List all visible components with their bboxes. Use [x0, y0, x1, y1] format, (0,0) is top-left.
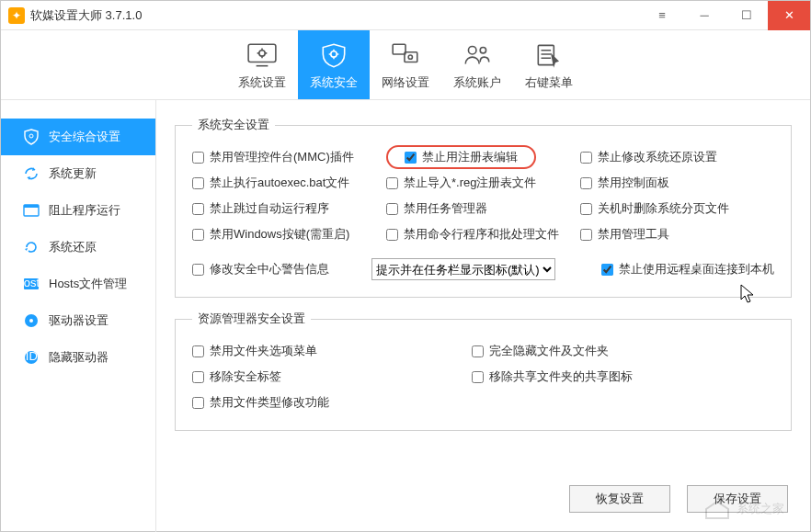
opt-disable-mmc[interactable]: 禁用管理控件台(MMC)插件: [192, 149, 354, 165]
sidebar-item-label: 隐藏驱动器: [49, 349, 109, 366]
tab-system-settings[interactable]: 系统设置: [226, 30, 298, 99]
tab-context-menu[interactable]: 右键菜单: [513, 30, 585, 99]
window-title: 软媒设置大师 3.7.1.0: [30, 7, 142, 24]
checkbox-hide-files[interactable]: [472, 345, 484, 357]
svg-text:HIDE: HIDE: [23, 349, 40, 363]
svg-point-15: [29, 319, 33, 323]
opt-share-icon[interactable]: 移除共享文件夹的共享图标: [472, 368, 633, 385]
sidebar-item-system-restore[interactable]: 系统还原: [1, 229, 155, 266]
opt-disable-taskmgr[interactable]: 禁用任务管理器: [386, 200, 487, 217]
titlebar: ✦ 软媒设置大师 3.7.1.0 ≡ ─ ☐ ✕: [1, 1, 810, 30]
svg-point-2: [331, 51, 337, 56]
network-gear-icon: [390, 41, 421, 69]
checkbox-autoexec[interactable]: [192, 177, 204, 189]
checkbox-import-reg[interactable]: [386, 177, 398, 189]
checkbox-winkey[interactable]: [192, 229, 204, 241]
opt-filetype[interactable]: 禁用文件类型修改功能: [192, 394, 329, 411]
checkbox-remote-desktop[interactable]: [601, 264, 613, 276]
users-icon: [462, 41, 493, 69]
opt-disable-regedit[interactable]: 禁止用注册表编辑: [405, 149, 518, 165]
opt-disable-winkey[interactable]: 禁用Windows按键(需重启): [192, 226, 349, 243]
tab-label: 系统账户: [453, 74, 501, 91]
menu-cursor-icon: [533, 41, 565, 69]
footer-buttons: 恢复设置 保存设置: [569, 485, 788, 513]
checkbox-share-icon[interactable]: [472, 371, 484, 383]
sec-center-select[interactable]: 提示并在任务栏显示图标(默认): [371, 258, 555, 280]
opt-folder-opts[interactable]: 禁用文件夹选项菜单: [192, 343, 317, 359]
opt-disable-cmd-batch[interactable]: 禁用命令行程序和批处理文件: [386, 226, 559, 243]
group-legend: 资源管理器安全设置: [192, 311, 311, 327]
menu-button[interactable]: ≡: [641, 1, 683, 30]
opt-disable-restore-mod[interactable]: 禁止修改系统还原设置: [580, 149, 717, 165]
sidebar-item-hide-drives[interactable]: HIDE 隐藏驱动器: [1, 339, 155, 376]
sidebar-item-hosts[interactable]: hosts Hosts文件管理: [1, 266, 155, 302]
shield-icon: [23, 129, 40, 145]
sidebar-item-label: 安全综合设置: [49, 129, 120, 145]
hosts-icon: hosts: [23, 276, 40, 292]
group-system-security: 系统安全设置 禁用管理控件台(MMC)插件 禁止用注册表编辑 禁止修改系统还原设…: [175, 117, 792, 298]
sidebar-item-label: 系统还原: [49, 239, 97, 255]
svg-point-7: [480, 47, 485, 52]
tab-label: 系统设置: [238, 74, 286, 91]
monitor-gear-icon: [246, 41, 278, 69]
save-button[interactable]: 保存设置: [687, 485, 788, 513]
sidebar-item-drive-settings[interactable]: 驱动器设置: [1, 302, 155, 339]
minimize-button[interactable]: ─: [683, 1, 725, 30]
svg-rect-11: [24, 205, 39, 208]
maximize-button[interactable]: ☐: [725, 1, 768, 30]
opt-hide-files[interactable]: 完全隐藏文件及文件夹: [472, 343, 609, 359]
top-tabs: 系统设置 系统安全 网络设置 系统账户 右键菜单: [1, 30, 810, 100]
tab-label: 系统安全: [310, 74, 358, 91]
sidebar-item-label: 驱动器设置: [49, 312, 109, 329]
checkbox-restore-mod[interactable]: [580, 152, 592, 164]
svg-point-5: [408, 55, 412, 59]
opt-disable-import-reg[interactable]: 禁止导入*.reg注册表文件: [386, 175, 536, 191]
window-block-icon: [23, 202, 40, 219]
checkbox-autorun[interactable]: [192, 203, 204, 215]
opt-disable-ctrlpanel[interactable]: 禁用控制面板: [580, 175, 669, 191]
checkbox-sec-center[interactable]: [192, 264, 204, 276]
sidebar-item-block-run[interactable]: 阻止程序运行: [1, 192, 155, 229]
opt-disable-autorun[interactable]: 禁止跳过自动运行程序: [192, 200, 329, 217]
checkbox-mmc[interactable]: [192, 152, 204, 164]
opt-disable-admintools[interactable]: 禁用管理工具: [580, 226, 669, 243]
tab-label: 右键菜单: [525, 74, 573, 91]
checkbox-filetype[interactable]: [192, 397, 204, 409]
svg-rect-4: [405, 51, 417, 62]
tab-label: 网络设置: [382, 74, 429, 91]
opt-sec-tab[interactable]: 移除安全标签: [192, 368, 281, 385]
main-panel: 系统安全设置 禁用管理控件台(MMC)插件 禁止用注册表编辑 禁止修改系统还原设…: [156, 100, 810, 532]
checkbox-folder-opts[interactable]: [192, 345, 204, 357]
sidebar-item-security-overview[interactable]: 安全综合设置: [1, 119, 155, 155]
svg-text:hosts: hosts: [23, 276, 40, 289]
opt-disable-remote-desktop[interactable]: 禁止使用远程桌面连接到本机: [601, 261, 774, 277]
tab-system-security[interactable]: 系统安全: [298, 30, 370, 99]
disc-icon: [23, 312, 40, 329]
svg-point-6: [468, 46, 476, 54]
opt-sec-center[interactable]: 修改安全中心警告信息: [192, 261, 329, 277]
svg-point-9: [29, 134, 33, 138]
close-button[interactable]: ✕: [768, 1, 810, 30]
checkbox-ctrlpanel[interactable]: [580, 177, 592, 189]
refresh-icon: [23, 165, 40, 182]
restore-button[interactable]: 恢复设置: [569, 485, 670, 513]
highlighted-option: 禁止用注册表编辑: [386, 145, 536, 169]
checkbox-admintools[interactable]: [580, 229, 592, 241]
shield-gear-icon: [318, 41, 349, 69]
opt-del-pagefile[interactable]: 关机时删除系统分页文件: [580, 200, 729, 217]
sidebar-item-system-update[interactable]: 系统更新: [1, 155, 155, 192]
checkbox-taskmgr[interactable]: [386, 203, 398, 215]
opt-disable-autoexec[interactable]: 禁止执行autoexec.bat文件: [192, 175, 349, 191]
hide-drive-icon: HIDE: [23, 349, 40, 366]
sidebar-item-label: 阻止程序运行: [49, 202, 120, 219]
checkbox-del-pagefile[interactable]: [580, 203, 592, 215]
checkbox-regedit[interactable]: [405, 152, 417, 164]
checkbox-cmd-batch[interactable]: [386, 229, 398, 241]
tab-system-account[interactable]: 系统账户: [441, 30, 513, 99]
sidebar-item-label: 系统更新: [49, 165, 97, 182]
svg-rect-0: [248, 44, 276, 62]
tab-network-settings[interactable]: 网络设置: [370, 30, 441, 99]
svg-rect-3: [393, 44, 406, 54]
restore-icon: [23, 239, 40, 255]
checkbox-sec-tab[interactable]: [192, 371, 204, 383]
